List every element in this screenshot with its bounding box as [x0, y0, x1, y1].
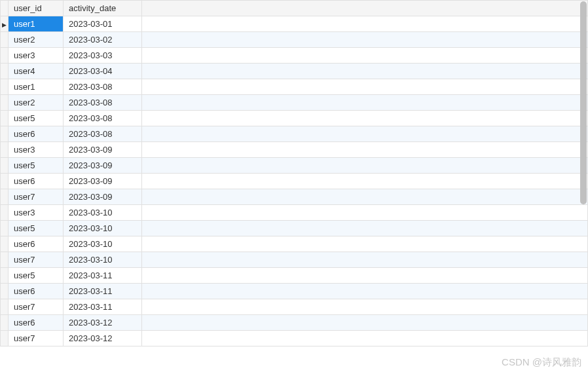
cell-activity-date[interactable]: 2023-03-08	[64, 79, 142, 95]
table-row[interactable]: user72023-03-12	[1, 331, 588, 346]
cell-activity-date[interactable]: 2023-03-11	[64, 268, 142, 284]
row-marker	[1, 205, 9, 221]
table-row[interactable]: ▶user12023-03-01	[1, 16, 588, 32]
row-marker	[1, 79, 9, 95]
cell-empty	[142, 111, 588, 126]
cell-activity-date[interactable]: 2023-03-08	[64, 95, 142, 111]
table-row[interactable]: user52023-03-10	[1, 221, 588, 236]
cell-activity-date[interactable]: 2023-03-01	[64, 16, 142, 32]
cell-user-id[interactable]: user2	[9, 32, 64, 48]
cell-user-id[interactable]: user7	[9, 331, 64, 346]
cell-empty	[142, 174, 588, 189]
cell-activity-date[interactable]: 2023-03-11	[64, 299, 142, 315]
cell-empty	[142, 205, 588, 221]
table-row[interactable]: user52023-03-08	[1, 111, 588, 126]
cell-activity-date[interactable]: 2023-03-03	[64, 48, 142, 64]
cell-user-id[interactable]: user2	[9, 95, 64, 111]
table-row[interactable]: user72023-03-10	[1, 252, 588, 268]
table-row[interactable]: user22023-03-08	[1, 95, 588, 111]
header-row: user_id activity_date	[1, 1, 588, 16]
cell-user-id[interactable]: user6	[9, 174, 64, 189]
column-header-activity-date[interactable]: activity_date	[64, 1, 142, 16]
cell-user-id[interactable]: user6	[9, 284, 64, 299]
cell-user-id[interactable]: user6	[9, 126, 64, 142]
table-body: ▶user12023-03-01user22023-03-02user32023…	[1, 16, 588, 346]
table-row[interactable]: user22023-03-02	[1, 32, 588, 48]
cell-activity-date[interactable]: 2023-03-12	[64, 331, 142, 346]
column-header-user-id[interactable]: user_id	[9, 1, 64, 16]
cell-user-id[interactable]: user7	[9, 252, 64, 268]
table-row[interactable]: user42023-03-04	[1, 64, 588, 79]
cell-activity-date[interactable]: 2023-03-12	[64, 315, 142, 331]
table-row[interactable]: user62023-03-10	[1, 236, 588, 252]
row-marker	[1, 331, 9, 346]
cell-empty	[142, 95, 588, 111]
table-row[interactable]: user72023-03-11	[1, 299, 588, 315]
table-row[interactable]: user72023-03-09	[1, 189, 588, 205]
table-row[interactable]: user62023-03-09	[1, 174, 588, 189]
row-marker	[1, 174, 9, 189]
row-marker	[1, 158, 9, 174]
table-row[interactable]: user52023-03-11	[1, 268, 588, 284]
row-marker	[1, 299, 9, 315]
cell-empty	[142, 236, 588, 252]
cell-empty	[142, 64, 588, 79]
cell-empty	[142, 268, 588, 284]
row-marker	[1, 315, 9, 331]
cell-user-id[interactable]: user5	[9, 268, 64, 284]
table-row[interactable]: user52023-03-09	[1, 158, 588, 174]
cell-user-id[interactable]: user5	[9, 111, 64, 126]
row-marker	[1, 64, 9, 79]
cell-empty	[142, 142, 588, 158]
cell-empty	[142, 284, 588, 299]
cell-user-id[interactable]: user7	[9, 189, 64, 205]
cell-activity-date[interactable]: 2023-03-09	[64, 142, 142, 158]
row-marker	[1, 252, 9, 268]
cell-user-id[interactable]: user3	[9, 48, 64, 64]
cell-user-id[interactable]: user3	[9, 205, 64, 221]
table-row[interactable]: user62023-03-11	[1, 284, 588, 299]
column-header-empty	[142, 1, 588, 16]
table-row[interactable]: user32023-03-03	[1, 48, 588, 64]
cell-activity-date[interactable]: 2023-03-10	[64, 221, 142, 236]
cell-user-id[interactable]: user1	[9, 79, 64, 95]
cell-empty	[142, 126, 588, 142]
cell-empty	[142, 158, 588, 174]
cell-user-id[interactable]: user5	[9, 158, 64, 174]
cell-activity-date[interactable]: 2023-03-11	[64, 284, 142, 299]
row-marker	[1, 268, 9, 284]
table-row[interactable]: user32023-03-09	[1, 142, 588, 158]
cell-user-id[interactable]: user5	[9, 221, 64, 236]
cell-empty	[142, 315, 588, 331]
cell-activity-date[interactable]: 2023-03-10	[64, 252, 142, 268]
cell-activity-date[interactable]: 2023-03-10	[64, 236, 142, 252]
cell-user-id[interactable]: user4	[9, 64, 64, 79]
cell-user-id[interactable]: user3	[9, 142, 64, 158]
current-row-indicator-icon: ▶	[2, 22, 7, 28]
cell-activity-date[interactable]: 2023-03-09	[64, 189, 142, 205]
table-row[interactable]: user32023-03-10	[1, 205, 588, 221]
table-row[interactable]: user12023-03-08	[1, 79, 588, 95]
cell-user-id[interactable]: user1	[9, 16, 64, 32]
cell-activity-date[interactable]: 2023-03-08	[64, 111, 142, 126]
cell-activity-date[interactable]: 2023-03-09	[64, 174, 142, 189]
cell-empty	[142, 331, 588, 346]
cell-activity-date[interactable]: 2023-03-09	[64, 158, 142, 174]
cell-activity-date[interactable]: 2023-03-10	[64, 205, 142, 221]
cell-empty	[142, 221, 588, 236]
table-row[interactable]: user62023-03-12	[1, 315, 588, 331]
row-marker	[1, 221, 9, 236]
row-marker	[1, 111, 9, 126]
row-marker	[1, 284, 9, 299]
table-row[interactable]: user62023-03-08	[1, 126, 588, 142]
cell-user-id[interactable]: user7	[9, 299, 64, 315]
row-marker: ▶	[1, 16, 9, 32]
data-grid[interactable]: user_id activity_date ▶user12023-03-01us…	[0, 0, 588, 374]
cell-user-id[interactable]: user6	[9, 236, 64, 252]
cell-activity-date[interactable]: 2023-03-08	[64, 126, 142, 142]
vertical-scrollbar[interactable]	[580, 1, 587, 204]
row-marker	[1, 142, 9, 158]
cell-activity-date[interactable]: 2023-03-02	[64, 32, 142, 48]
cell-user-id[interactable]: user6	[9, 315, 64, 331]
cell-activity-date[interactable]: 2023-03-04	[64, 64, 142, 79]
